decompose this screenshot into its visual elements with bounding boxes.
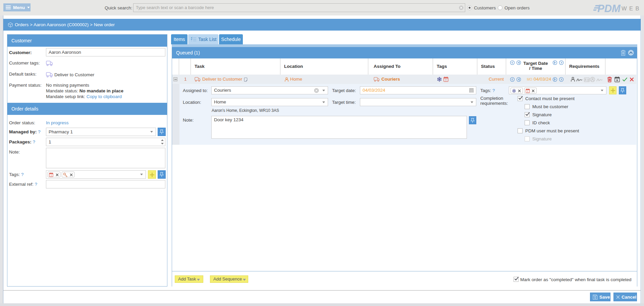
svg-text:WEB: WEB [622, 5, 640, 11]
svg-text:PDM: PDM [597, 3, 621, 14]
